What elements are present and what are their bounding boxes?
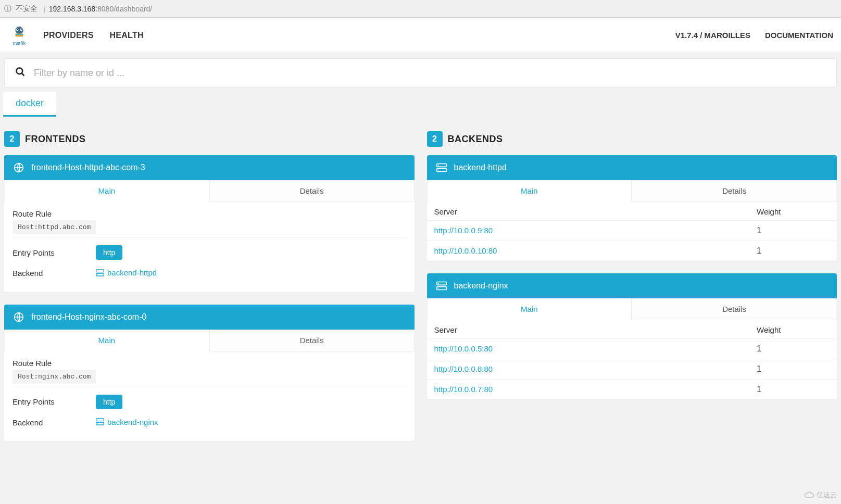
tab-details[interactable]: Details bbox=[209, 180, 415, 202]
backend-panel: backend-httpd Main Details Server Weight… bbox=[427, 155, 837, 261]
tab-details[interactable]: Details bbox=[632, 180, 837, 202]
backends-column: 2 BACKENDS backend-httpd Main Details Se… bbox=[427, 131, 837, 453]
svg-point-26 bbox=[438, 288, 439, 289]
frontends-title: FRONTENDS bbox=[25, 134, 86, 145]
server-url[interactable]: http://10.0.0.7:80 bbox=[434, 385, 493, 394]
backend-name: backend-httpd bbox=[454, 163, 507, 172]
tab-main[interactable]: Main bbox=[4, 330, 209, 351]
server-url[interactable]: http://10.0.0.5:80 bbox=[434, 344, 493, 353]
backend-label: Backend bbox=[12, 418, 96, 427]
filter-input[interactable] bbox=[34, 68, 826, 79]
url-host[interactable]: 192.168.3.168 bbox=[49, 5, 96, 13]
search-icon bbox=[15, 67, 26, 80]
traefik-logo[interactable]: træfik bbox=[8, 24, 31, 47]
server-header: Server bbox=[434, 325, 757, 334]
route-rule-label: Route Rule bbox=[12, 359, 406, 368]
browser-address-bar: ⓘ 不安全 | 192.168.3.168:8080/dashboard/ bbox=[0, 0, 841, 18]
table-row: http://10.0.0.9:80 1 bbox=[427, 220, 837, 241]
tab-main[interactable]: Main bbox=[427, 180, 632, 202]
filter-bar bbox=[4, 58, 837, 87]
provider-tabs: docker bbox=[3, 92, 837, 117]
server-header: Server bbox=[434, 207, 757, 216]
frontend-name: frontend-Host-nginx-abc-com-0 bbox=[31, 312, 146, 322]
svg-point-4 bbox=[21, 29, 22, 30]
url-port-path[interactable]: :8080/dashboard/ bbox=[95, 5, 152, 13]
server-weight: 1 bbox=[757, 364, 830, 374]
weight-header: Weight bbox=[757, 207, 830, 216]
backends-count-badge: 2 bbox=[427, 131, 443, 147]
tab-main[interactable]: Main bbox=[4, 180, 209, 202]
frontend-name: frontend-Host-httpd-abc-com-3 bbox=[31, 163, 145, 172]
nav-providers[interactable]: PROVIDERS bbox=[43, 31, 94, 40]
tab-details[interactable]: Details bbox=[209, 330, 415, 351]
backend-link[interactable]: backend-httpd bbox=[96, 268, 157, 277]
backend-label: Backend bbox=[12, 269, 96, 278]
separator: | bbox=[44, 5, 46, 13]
svg-point-25 bbox=[438, 283, 439, 284]
route-rule-value: Host:nginx.abc.com bbox=[12, 370, 96, 384]
table-row: http://10.0.0.7:80 1 bbox=[427, 379, 837, 399]
globe-icon bbox=[14, 162, 24, 173]
server-icon bbox=[96, 269, 104, 276]
provider-tab-docker[interactable]: docker bbox=[3, 92, 56, 117]
entry-point-chip: http bbox=[96, 245, 122, 260]
server-weight: 1 bbox=[757, 344, 830, 354]
server-icon bbox=[96, 418, 104, 425]
insecure-label: 不安全 bbox=[16, 4, 37, 14]
table-row: http://10.0.0.5:80 1 bbox=[427, 338, 837, 359]
server-weight: 1 bbox=[757, 226, 830, 235]
frontend-panel: frontend-Host-nginx-abc-com-0 Main Detai… bbox=[4, 305, 415, 442]
nav-links: PROVIDERS HEALTH bbox=[43, 31, 157, 40]
nav-health[interactable]: HEALTH bbox=[109, 31, 144, 40]
backend-name: backend-nginx bbox=[454, 281, 508, 291]
svg-point-17 bbox=[97, 420, 98, 420]
backend-panel: backend-nginx Main Details Server Weight… bbox=[427, 273, 837, 399]
entry-points-label: Entry Points bbox=[12, 248, 96, 257]
server-weight: 1 bbox=[757, 246, 830, 256]
svg-point-18 bbox=[97, 423, 98, 424]
server-url[interactable]: http://10.0.0.10:80 bbox=[434, 246, 497, 255]
backend-link[interactable]: backend-nginx bbox=[96, 418, 158, 426]
svg-point-3 bbox=[17, 29, 18, 30]
table-row: http://10.0.0.8:80 1 bbox=[427, 359, 837, 379]
svg-point-13 bbox=[97, 274, 98, 275]
entry-points-label: Entry Points bbox=[12, 397, 96, 406]
frontends-column: 2 FRONTENDS frontend-Host-httpd-abc-com-… bbox=[4, 131, 415, 453]
top-nav: træfik PROVIDERS HEALTH V1.7.4 / MAROILL… bbox=[0, 18, 841, 53]
svg-point-21 bbox=[438, 165, 439, 166]
svg-point-7 bbox=[17, 68, 23, 74]
server-url[interactable]: http://10.0.0.8:80 bbox=[434, 364, 493, 373]
nav-documentation[interactable]: DOCUMENTATION bbox=[765, 31, 833, 40]
backend-link-text: backend-nginx bbox=[107, 418, 158, 426]
backends-title: BACKENDS bbox=[448, 134, 503, 145]
entry-point-chip: http bbox=[96, 395, 122, 409]
weight-header: Weight bbox=[757, 325, 830, 334]
logo-text: træfik bbox=[12, 41, 26, 46]
gopher-icon bbox=[11, 25, 27, 41]
server-weight: 1 bbox=[757, 385, 830, 394]
svg-point-22 bbox=[438, 170, 439, 171]
globe-icon bbox=[14, 312, 24, 322]
backend-link-text: backend-httpd bbox=[107, 268, 157, 277]
server-url[interactable]: http://10.0.0.9:80 bbox=[434, 226, 493, 235]
svg-point-12 bbox=[97, 270, 98, 271]
route-rule-label: Route Rule bbox=[12, 209, 406, 218]
route-rule-value: Host:httpd.abc.com bbox=[12, 220, 96, 234]
tab-details[interactable]: Details bbox=[632, 298, 837, 320]
svg-line-8 bbox=[22, 73, 24, 75]
svg-rect-6 bbox=[16, 34, 23, 35]
server-icon bbox=[436, 281, 447, 291]
server-icon bbox=[436, 162, 447, 173]
tab-main[interactable]: Main bbox=[427, 298, 632, 320]
table-row: http://10.0.0.10:80 1 bbox=[427, 241, 837, 261]
nav-version[interactable]: V1.7.4 / MAROILLES bbox=[675, 31, 750, 40]
frontends-count-badge: 2 bbox=[4, 131, 20, 147]
frontend-panel: frontend-Host-httpd-abc-com-3 Main Detai… bbox=[4, 155, 415, 292]
info-icon: ⓘ bbox=[4, 4, 11, 14]
